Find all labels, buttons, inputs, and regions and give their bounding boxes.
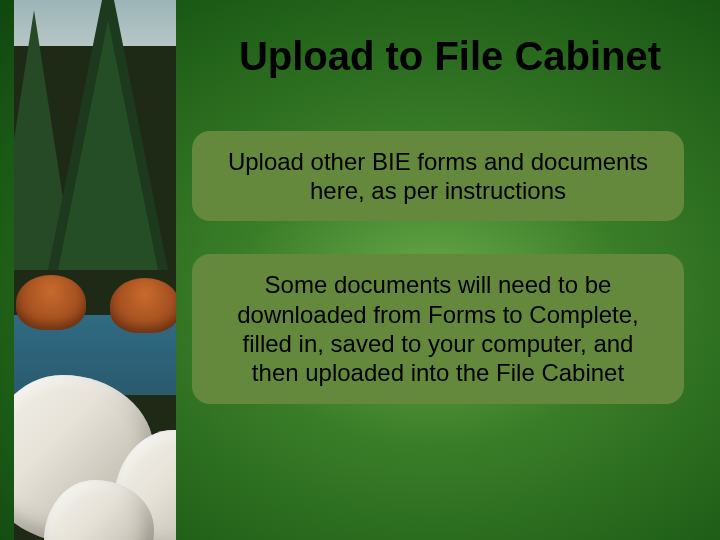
callout-download-note: Some documents will need to be downloade… xyxy=(192,254,684,404)
callout-text: Upload other BIE forms and documents her… xyxy=(218,147,658,206)
decorative-painting xyxy=(14,0,176,540)
slide-title: Upload to File Cabinet xyxy=(200,34,700,79)
callout-text: Some documents will need to be downloade… xyxy=(218,270,658,387)
slide: Upload to File Cabinet Upload other BIE … xyxy=(0,0,720,540)
callout-upload-instructions: Upload other BIE forms and documents her… xyxy=(192,131,684,221)
